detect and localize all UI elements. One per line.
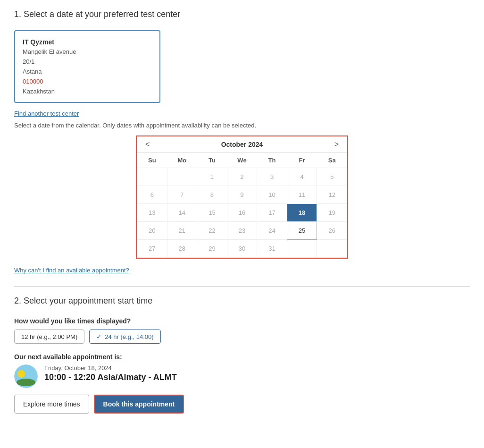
calendar-day: 19 bbox=[317, 204, 347, 222]
calendar-day: 22 bbox=[197, 222, 227, 240]
calendar-day: 16 bbox=[227, 204, 257, 222]
calendar-day: 29 bbox=[197, 240, 227, 258]
calendar-day: 6 bbox=[137, 186, 167, 204]
calendar-instructions: Select a date from the calendar. Only da… bbox=[14, 122, 470, 129]
calendar-day: 1 bbox=[197, 168, 227, 186]
section-2-title: 2. Select your appointment start time bbox=[14, 296, 470, 310]
appointment-time: 10:00 - 12:20 Asia/Almaty - ALMT bbox=[44, 372, 470, 382]
calendar-day: 17 bbox=[257, 204, 287, 222]
section-2: 2. Select your appointment start time Ho… bbox=[14, 296, 470, 414]
appointment-details: Friday, October 18, 2024 10:00 - 12:20 A… bbox=[44, 364, 470, 382]
calendar-day: 14 bbox=[167, 204, 197, 222]
calendar-next-button[interactable]: > bbox=[333, 140, 341, 149]
section-divider bbox=[14, 286, 470, 287]
test-center-country: Kazakhstan bbox=[23, 87, 152, 97]
why-no-appointment-link[interactable]: Why can't I find an available appointmen… bbox=[14, 267, 129, 274]
calendar-day bbox=[167, 168, 197, 186]
calendar-day: 26 bbox=[317, 222, 347, 240]
calendar-day: 23 bbox=[227, 222, 257, 240]
calendar-month-title: October 2024 bbox=[221, 141, 263, 148]
next-appt-label: Our next available appointment is: bbox=[14, 353, 470, 361]
calendar-day: 20 bbox=[137, 222, 167, 240]
day-header-fr: Fr bbox=[287, 153, 317, 168]
svg-point-2 bbox=[17, 370, 25, 378]
day-header-tu: Tu bbox=[197, 153, 227, 168]
calendar-day: 5 bbox=[317, 168, 347, 186]
test-center-city: Astana bbox=[23, 67, 152, 77]
calendar-day: 3 bbox=[257, 168, 287, 186]
time-format-buttons: 12 hr (e.g., 2:00 PM) ✓ 24 hr (e.g., 14:… bbox=[14, 330, 470, 344]
time-format-24hr-label: 24 hr (e.g., 14:00) bbox=[105, 333, 153, 340]
calendar-day: 15 bbox=[197, 204, 227, 222]
section-1: 1. Select a date at your preferred test … bbox=[14, 9, 470, 281]
calendar-header: < October 2024 > bbox=[137, 136, 347, 153]
explore-more-times-button[interactable]: Explore more times bbox=[14, 395, 89, 414]
test-center-phone: 010000 bbox=[23, 77, 152, 87]
calendar-day bbox=[137, 168, 167, 186]
calendar-day: 31 bbox=[257, 240, 287, 258]
checkmark-icon: ✓ bbox=[96, 333, 102, 340]
calendar-day: 7 bbox=[167, 186, 197, 204]
appointment-date: Friday, October 18, 2024 bbox=[44, 364, 470, 372]
calendar-day: 21 bbox=[167, 222, 197, 240]
calendar-day: 12 bbox=[317, 186, 347, 204]
calendar-day: 13 bbox=[137, 204, 167, 222]
day-header-mo: Mo bbox=[167, 153, 197, 168]
time-format-12hr-button[interactable]: 12 hr (e.g., 2:00 PM) bbox=[14, 330, 84, 344]
calendar-day bbox=[317, 240, 347, 258]
calendar-day: 11 bbox=[287, 186, 317, 204]
test-center-card: IT Qyzmet Mangelik El avenue 20/1 Astana… bbox=[14, 30, 160, 103]
calendar-day: 30 bbox=[227, 240, 257, 258]
book-appointment-button[interactable]: Book this appointment bbox=[94, 395, 184, 414]
calendar: < October 2024 > Su Mo Tu We Th Fr Sa bbox=[136, 135, 348, 259]
section-1-title: 1. Select a date at your preferred test … bbox=[14, 9, 470, 23]
calendar-day: 24 bbox=[257, 222, 287, 240]
svg-point-1 bbox=[17, 379, 35, 386]
test-center-address1: Mangelik El avenue bbox=[23, 47, 152, 57]
calendar-day[interactable]: 18 bbox=[287, 204, 317, 222]
calendar-day: 28 bbox=[167, 240, 197, 258]
test-center-address2: 20/1 bbox=[23, 57, 152, 67]
test-center-name: IT Qyzmet bbox=[23, 37, 152, 47]
calendar-wrapper: < October 2024 > Su Mo Tu We Th Fr Sa bbox=[14, 135, 470, 259]
day-header-su: Su bbox=[137, 153, 167, 168]
time-format-24hr-button[interactable]: ✓ 24 hr (e.g., 14:00) bbox=[89, 330, 160, 344]
find-another-link[interactable]: Find another test center bbox=[14, 110, 79, 117]
calendar-day: 9 bbox=[227, 186, 257, 204]
calendar-day: 8 bbox=[197, 186, 227, 204]
calendar-day bbox=[287, 240, 317, 258]
time-display-label: How would you like times displayed? bbox=[14, 317, 470, 325]
calendar-day: 10 bbox=[257, 186, 287, 204]
day-header-th: Th bbox=[257, 153, 287, 168]
calendar-prev-button[interactable]: < bbox=[143, 140, 151, 149]
calendar-day: 4 bbox=[287, 168, 317, 186]
action-buttons: Explore more times Book this appointment bbox=[14, 395, 470, 414]
calendar-day: 2 bbox=[227, 168, 257, 186]
calendar-table: Su Mo Tu We Th Fr Sa 1234567891011121314… bbox=[137, 153, 347, 258]
appointment-icon bbox=[14, 364, 38, 388]
calendar-day[interactable]: 25 bbox=[287, 222, 317, 240]
day-header-sa: Sa bbox=[317, 153, 347, 168]
day-header-we: We bbox=[227, 153, 257, 168]
appointment-row: Friday, October 18, 2024 10:00 - 12:20 A… bbox=[14, 364, 470, 388]
calendar-day: 27 bbox=[137, 240, 167, 258]
